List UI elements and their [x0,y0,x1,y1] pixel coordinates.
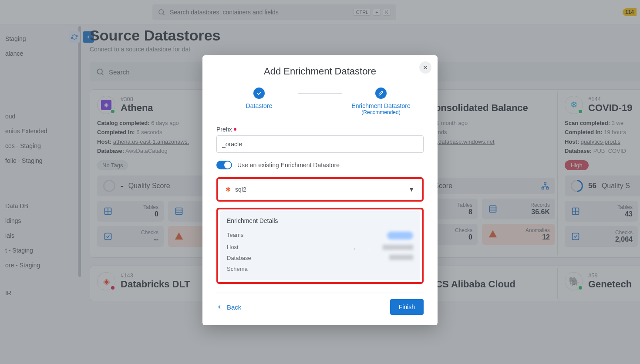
spark-icon: ✱ [226,186,231,193]
use-existing-toggle[interactable] [216,161,232,169]
chevron-left-icon [216,304,222,310]
toggle-label: Use an existing Enrichment Datastore [237,162,340,169]
highlight-box: ✱ sql2 ▼ [216,177,424,202]
step-current-icon [375,88,387,99]
back-button[interactable]: Back [216,303,241,311]
enrichment-select[interactable]: ✱ sql2 ▼ [220,181,420,198]
step-complete-icon [253,88,265,99]
add-enrichment-modal: Add Enrichment Datastore Datastore Enric… [202,55,438,325]
close-icon [422,64,428,71]
finish-button[interactable]: Finish [390,299,424,315]
required-indicator [234,128,236,131]
modal-overlay: Add Enrichment Datastore Datastore Enric… [0,0,640,364]
close-button[interactable] [419,61,431,74]
prefix-label: Prefix [216,126,424,133]
modal-title: Add Enrichment Datastore [216,66,424,77]
prefix-input[interactable] [216,135,424,153]
chevron-down-icon: ▼ [408,186,414,193]
stepper: Datastore Enrichment Datastore (Recommen… [216,88,424,115]
enrichment-details: Enrichment Details Teams Host,, Database… [220,211,420,280]
highlight-box: Enrichment Details Teams Host,, Database… [216,208,424,284]
